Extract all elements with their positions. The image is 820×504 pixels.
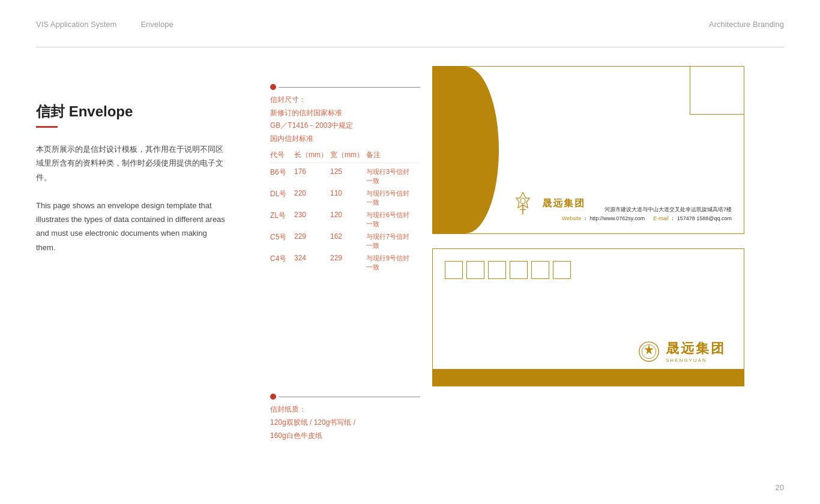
tower-icon [511, 191, 535, 215]
spec-table-header: 代号 长（mm） 宽（mm） 备注 [270, 150, 420, 163]
paper-spec: 信封纸质： 120g双胶纸 / 120g书写纸 / 160g白色牛皮纸 [270, 403, 420, 442]
envelope-size-spec: 信封尺寸： 新修订的信封国家标准 GB／T1416－2003中规定 国内信封标准 [270, 94, 420, 145]
spec-row-c4: C4号 324 229 与现行9号信封一致 [270, 252, 420, 274]
postal-box-6 [553, 261, 571, 279]
header-nav: VIS Application System Envelope [36, 20, 173, 29]
right-panel: 晟远集团 河源市建设大道与中山大道交叉处幸运凯旋城高塔7楼 Website ： … [426, 54, 820, 504]
postal-box-5 [531, 261, 549, 279]
postal-box-3 [488, 261, 506, 279]
middle-panel: 信封尺寸： 新修订的信封国家标准 GB／T1416－2003中规定 国内信封标准… [264, 54, 426, 504]
spec-dot-top [270, 84, 276, 90]
postal-box-2 [466, 261, 484, 279]
logo-pinyin-2: SHENGYUAN [666, 358, 707, 363]
seal-icon [638, 341, 660, 362]
title-underline [36, 126, 58, 128]
envelope-1-address: 河源市建设大道与中山大道交叉处幸运凯旋城高塔7楼 Website ： http:… [562, 205, 732, 223]
spec-table: 代号 长（mm） 宽（mm） 备注 B6号 176 125 与现行3号信封一致 … [270, 150, 420, 274]
spec-row-c5: C5号 229 162 与现行7号信封一致 [270, 230, 420, 252]
postal-boxes [445, 261, 571, 279]
email-addr: 157478 1588@qq.com [677, 215, 732, 221]
postal-box-4 [510, 261, 528, 279]
page-number: 20 [776, 483, 784, 492]
main-content: 信封 Envelope 本页所展示的是信封设计模板，其作用在于说明不同区域里所含… [0, 54, 820, 504]
section-title: 信封 Envelope [36, 102, 228, 121]
envelope-2-logo: 晟远集团 SHENGYUAN [638, 340, 726, 363]
spec-row-zl: ZL号 230 120 与现行6号信封一致 [270, 209, 420, 230]
header-brand: Architecture Branding [709, 20, 784, 29]
envelope-1: 晟远集团 河源市建设大道与中山大道交叉处幸运凯旋城高塔7楼 Website ： … [432, 66, 744, 234]
section-desc-cn: 本页所展示的是信封设计模板，其作用在于说明不同区域里所含有的资料种类，制作时必须… [36, 142, 228, 254]
envelope-2: 晟远集团 SHENGYUAN [432, 248, 744, 386]
website-url: http://www.0762sy.com [589, 215, 645, 221]
envelope-1-fold [690, 67, 744, 115]
header-divider [36, 47, 784, 47]
postal-box-1 [445, 261, 463, 279]
spec-dot-bottom [270, 394, 276, 400]
nav-envelope: Envelope [140, 20, 173, 29]
header: VIS Application System Envelope Architec… [0, 0, 820, 48]
website-label: Website [562, 215, 581, 221]
email-label: E-mail [653, 215, 669, 221]
svg-point-3 [520, 198, 525, 204]
logo-chinese-2: 晟远集团 [666, 340, 726, 358]
envelope-1-flap [433, 67, 499, 233]
nav-vis: VIS Application System [36, 20, 116, 29]
spec-row-dl: DL号 220 110 与现行5号信封一致 [270, 187, 420, 209]
svg-marker-6 [644, 344, 654, 354]
envelope-2-bottom-bar [433, 369, 744, 386]
envelope-2-logo-text: 晟远集团 SHENGYUAN [666, 340, 726, 363]
spec-row-b6: B6号 176 125 与现行3号信封一致 [270, 166, 420, 187]
left-panel: 信封 Envelope 本页所展示的是信封设计模板，其作用在于说明不同区域里所含… [0, 54, 264, 504]
